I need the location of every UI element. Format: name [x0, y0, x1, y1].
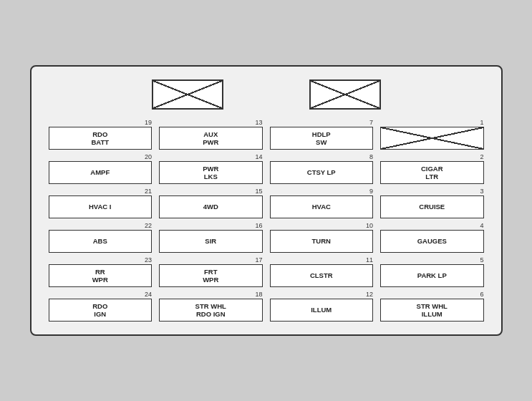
fuse-number-16: 16	[255, 223, 262, 229]
fuse-number-19: 19	[145, 120, 152, 126]
fuse-slot-3: 3CRUISE	[380, 188, 484, 218]
fuse-slot-9: 9HVAC	[270, 188, 374, 218]
fuse-box-16: SIR	[159, 230, 263, 253]
fuse-label-23: RR WPR	[92, 268, 108, 284]
fuse-slot-18: 18STR WHL RDO IGN	[159, 291, 263, 322]
fuse-box-2: CIGAR LTR	[380, 161, 484, 184]
fuse-box-12: ILLUM	[270, 299, 374, 322]
fuse-slot-13: 13AUX PWR	[159, 120, 263, 150]
fuse-label-12: ILLUM	[311, 306, 332, 314]
fuse-number-24: 24	[145, 291, 152, 298]
fuse-number-7: 7	[369, 120, 373, 126]
fuse-slot-7: 7HDLP SW	[270, 120, 374, 150]
fuse-slot-22: 22ABS	[49, 223, 153, 253]
fuse-column-col1: 12CIGAR LTR3CRUISE4GAUGES5PARK LP6STR WH…	[380, 120, 484, 322]
fuse-slot-8: 8CTSY LP	[270, 154, 374, 184]
fuse-box-5: PARK LP	[380, 264, 484, 287]
fuse-label-9: HVAC	[312, 203, 331, 211]
fuse-box-13: AUX PWR	[159, 127, 263, 150]
fuse-number-23: 23	[145, 257, 152, 264]
fuse-number-10: 10	[366, 223, 373, 229]
top-fuse-left	[152, 79, 223, 110]
fuse-number-4: 4	[480, 223, 483, 229]
fuse-number-14: 14	[255, 154, 262, 160]
fuse-number-21: 21	[145, 188, 152, 195]
fuse-slot-12: 12ILLUM	[270, 291, 374, 322]
fuse-label-19: RDO BATT	[91, 130, 109, 147]
fuse-box-3: CRUISE	[380, 195, 484, 218]
fuse-panel: 19RDO BATT20AMPF21HVAC I22ABS23RR WPR24R…	[30, 65, 503, 336]
fuse-slot-6: 6STR WHL ILLUM	[380, 291, 484, 322]
top-fuse-row	[49, 79, 484, 110]
fuse-label-10: TURN	[312, 237, 331, 245]
fuse-box-23: RR WPR	[49, 264, 153, 287]
fuse-box-11: CLSTR	[270, 264, 374, 287]
fuse-number-9: 9	[369, 188, 373, 195]
fuse-label-14: PWR LKS	[203, 165, 218, 181]
fuse-slot-4: 4GAUGES	[380, 223, 484, 253]
fuse-number-12: 12	[366, 291, 373, 298]
fuse-number-3: 3	[480, 188, 483, 195]
fuse-box-21: HVAC I	[49, 195, 153, 218]
fuse-label-15: 4WD	[203, 203, 218, 211]
fuse-box-14: PWR LKS	[159, 161, 263, 184]
fuse-number-22: 22	[145, 223, 152, 229]
fuse-label-17: FRT WPR	[203, 268, 218, 284]
fuse-label-7: HDLP SW	[312, 130, 331, 147]
fuse-box-6: STR WHL ILLUM	[380, 299, 484, 322]
top-fuse-right	[309, 79, 381, 110]
fuse-box-24: RDO IGN	[49, 299, 153, 322]
fuse-label-6: STR WHL ILLUM	[417, 302, 448, 319]
fuse-number-17: 17	[255, 257, 262, 264]
fuse-slot-11: 11CLSTR	[270, 257, 374, 287]
fuse-number-1: 1	[480, 120, 483, 126]
fuse-slot-14: 14PWR LKS	[159, 154, 263, 184]
fuse-box-17: FRT WPR	[159, 264, 263, 287]
fuse-slot-15: 154WD	[159, 188, 263, 218]
fuse-slot-16: 16SIR	[159, 223, 263, 253]
fuse-box-4: GAUGES	[380, 230, 484, 253]
fuse-column-col4: 19RDO BATT20AMPF21HVAC I22ABS23RR WPR24R…	[49, 120, 153, 322]
fuse-box-1	[380, 127, 484, 150]
fuse-number-6: 6	[480, 291, 483, 298]
fuse-number-5: 5	[480, 257, 483, 264]
fuse-label-8: CTSY LP	[307, 168, 336, 176]
fuse-box-7: HDLP SW	[270, 127, 374, 150]
fuse-label-21: HVAC I	[89, 203, 112, 211]
fuse-label-2: CIGAR LTR	[421, 165, 443, 181]
fuse-label-13: AUX PWR	[203, 130, 218, 147]
fuse-label-22: ABS	[93, 237, 107, 245]
fuse-slot-24: 24RDO IGN	[49, 291, 153, 322]
fuse-slot-23: 23RR WPR	[49, 257, 153, 287]
fuse-box-8: CTSY LP	[270, 161, 374, 184]
fuse-slot-20: 20AMPF	[49, 154, 153, 184]
fuse-column-col3: 13AUX PWR14PWR LKS154WD16SIR17FRT WPR18S…	[159, 120, 263, 322]
fuse-label-3: CRUISE	[419, 203, 445, 211]
fuse-box-18: STR WHL RDO IGN	[159, 299, 263, 322]
fuse-number-13: 13	[255, 120, 262, 126]
fuse-box-15: 4WD	[159, 195, 263, 218]
fuse-number-2: 2	[480, 154, 483, 160]
fuse-box-10: TURN	[270, 230, 374, 253]
fuse-column-col2: 7HDLP SW8CTSY LP9HVAC10TURN11CLSTR12ILLU…	[270, 120, 374, 322]
fuse-number-18: 18	[255, 291, 262, 298]
fuse-slot-19: 19RDO BATT	[49, 120, 153, 150]
fuse-slot-1: 1	[380, 120, 484, 150]
fuse-number-15: 15	[255, 188, 262, 195]
fuse-slot-10: 10TURN	[270, 223, 374, 253]
fuse-box-22: ABS	[49, 230, 153, 253]
fuse-box-20: AMPF	[49, 161, 153, 184]
fuse-label-18: STR WHL RDO IGN	[195, 302, 226, 319]
fuse-slot-17: 17FRT WPR	[159, 257, 263, 287]
fuse-slot-2: 2CIGAR LTR	[380, 154, 484, 184]
fuse-label-11: CLSTR	[310, 271, 333, 279]
fuse-number-20: 20	[145, 154, 152, 160]
fuse-label-4: GAUGES	[417, 237, 447, 245]
fuse-label-16: SIR	[205, 237, 216, 245]
fuse-number-11: 11	[366, 257, 373, 264]
fuse-label-20: AMPF	[90, 168, 110, 176]
fuse-grid: 19RDO BATT20AMPF21HVAC I22ABS23RR WPR24R…	[49, 120, 484, 322]
fuse-box-19: RDO BATT	[49, 127, 153, 150]
fuse-slot-5: 5PARK LP	[380, 257, 484, 287]
fuse-label-24: RDO IGN	[92, 302, 107, 319]
